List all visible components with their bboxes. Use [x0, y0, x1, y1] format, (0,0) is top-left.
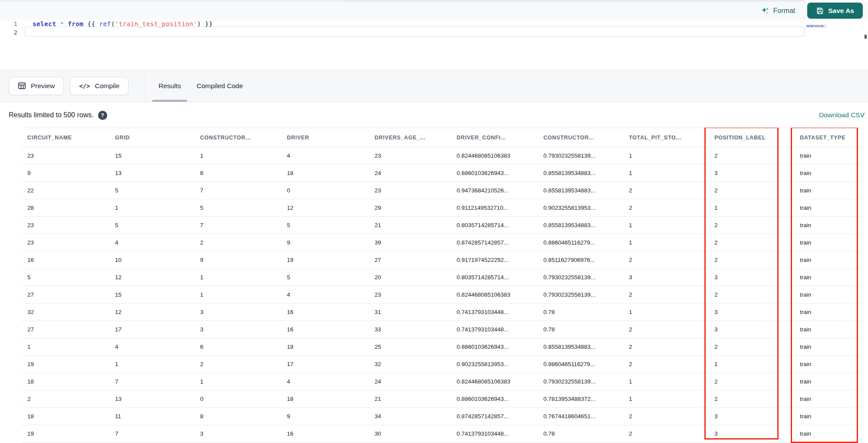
tab-results-label: Results: [158, 82, 181, 90]
table-cell: 0.8860465116279...: [537, 356, 622, 373]
table-cell: 2: [708, 147, 793, 165]
table-row: 231514230.8244680851063830.7930232558139…: [21, 147, 863, 165]
table-cell: 2: [622, 338, 708, 356]
table-cell: 2: [194, 356, 280, 373]
format-button[interactable]: Format: [761, 7, 796, 15]
minimap-code-mark: [814, 26, 821, 26]
table-cell: 17: [108, 321, 194, 338]
table-cell: 3: [194, 321, 280, 338]
table-row: 22570230.9473684210526...0.8558139534883…: [21, 182, 863, 199]
table-cell: 16: [280, 321, 368, 338]
table-cell: train: [793, 321, 863, 338]
tab-compiled-code[interactable]: Compiled Code: [189, 70, 251, 102]
table-cell: 3: [708, 269, 793, 286]
table-cell: 2: [622, 356, 708, 373]
table-cell: 9: [21, 165, 108, 182]
compile-button[interactable]: </> Compile: [70, 77, 128, 95]
table-cell: 23: [368, 147, 450, 165]
table-cell: 0.7930232558139...: [537, 373, 622, 390]
table-cell: train: [793, 390, 863, 408]
table-row: 18714240.8244680851063830.7930232558139.…: [21, 373, 863, 390]
table-cell: 9: [280, 408, 368, 425]
code-token-plain: [56, 20, 60, 27]
table-cell: 16: [280, 304, 368, 321]
table-cell: 23: [21, 234, 108, 251]
minimap-code-mark: [806, 26, 810, 26]
table-cell: 1: [194, 147, 280, 165]
table-cell: 0.78: [537, 304, 622, 321]
results-info-bar: Results limited to 500 rows. ? Download …: [0, 102, 868, 128]
tab-results[interactable]: Results: [151, 70, 189, 102]
table-cell: 0.8558139534883...: [537, 182, 622, 199]
table-cell: 1: [622, 373, 708, 390]
table-cell: 3: [708, 425, 793, 443]
code-token-function: ref: [99, 20, 111, 27]
minimap[interactable]: [806, 24, 826, 28]
table-cell: 19: [280, 251, 368, 269]
code-line-1[interactable]: select * from {{ ref('train_test_positio…: [33, 20, 213, 27]
preview-button[interactable]: Preview: [9, 77, 64, 95]
table-row: 23429390.8742857142857...0.8860465116279…: [21, 234, 863, 251]
download-csv-link[interactable]: Download CSV: [819, 111, 865, 119]
table-cell: 0: [280, 182, 368, 199]
table-cell: 1: [622, 234, 708, 251]
table-cell: 1: [108, 199, 194, 217]
column-header: POSITION_LABEL: [708, 128, 793, 147]
scrollbar-thumb[interactable]: [865, 35, 867, 39]
table-cell: 0.8742857142857...: [450, 408, 537, 425]
table-cell: 22: [21, 182, 108, 199]
table-cell: 3: [708, 165, 793, 182]
table-cell: train: [793, 165, 863, 182]
table-header-row: CIRCUIT_NAMEGRIDCONSTRUCTOR...DRIVERDRIV…: [21, 128, 863, 147]
table-cell: 1: [622, 217, 708, 234]
table-row: 3212316310.7413793103448...0.7813train: [21, 304, 863, 321]
table-cell: 0.7674418604651...: [537, 408, 622, 425]
table-cell: 24: [368, 373, 450, 390]
table-cell: 2: [708, 286, 793, 304]
minimap-code-mark: [821, 26, 823, 26]
table-cell: 1: [622, 165, 708, 182]
preview-label: Preview: [31, 82, 55, 90]
save-icon: [816, 7, 824, 15]
active-line-highlight[interactable]: [25, 26, 805, 36]
help-icon[interactable]: ?: [98, 111, 107, 120]
code-token-plain: {{: [83, 20, 99, 27]
table-cell: 3: [708, 304, 793, 321]
tab-compiled-code-label: Compiled Code: [197, 82, 243, 90]
table-cell: train: [793, 217, 863, 234]
table-cell: 2: [708, 251, 793, 269]
code-brackets-icon: </>: [79, 83, 90, 89]
save-as-label: Save As: [828, 7, 854, 15]
editor-header: Format Save As: [0, 2, 868, 20]
table-cell: 1: [108, 356, 194, 373]
table-cell: 0.7413793103448...: [450, 304, 537, 321]
table-cell: 0.9023255813953...: [450, 356, 537, 373]
table-cell: 0.7930232558139...: [537, 269, 622, 286]
table-cell: 2: [708, 373, 793, 390]
table-cell: 3: [194, 304, 280, 321]
table-cell: train: [793, 425, 863, 443]
table-cell: 0.8558139534883...: [537, 165, 622, 182]
column-header: DATASET_TYPE: [793, 128, 863, 147]
save-as-button[interactable]: Save As: [807, 3, 863, 19]
column-header: DRIVER: [280, 128, 368, 147]
table-cell: 2: [708, 217, 793, 234]
table-cell: 23: [21, 217, 108, 234]
table-cell: 11: [108, 408, 194, 425]
table-cell: 7: [194, 182, 280, 199]
column-header: TOTAL_PIT_STO...: [622, 128, 708, 147]
table-cell: 0.8035714285714...: [450, 217, 537, 234]
table-cell: 5: [280, 269, 368, 286]
table-cell: 29: [368, 199, 450, 217]
table-cell: 9: [280, 234, 368, 251]
table-cell: 5: [108, 217, 194, 234]
table-cell: train: [793, 356, 863, 373]
table-cell: train: [793, 269, 863, 286]
results-table: CIRCUIT_NAMEGRIDCONSTRUCTOR...DRIVERDRIV…: [21, 128, 863, 443]
sql-editor-page: Format Save As 1 2 select * from {{ ref(…: [0, 0, 868, 443]
table-row: 213018210.8860103626943...0.781395348837…: [21, 390, 863, 408]
code-editor[interactable]: 1 2 select * from {{ ref('train_test_pos…: [0, 20, 868, 69]
table-cell: 4: [280, 147, 368, 165]
table-cell: 16: [280, 425, 368, 443]
code-token-plain: }}: [201, 20, 213, 27]
